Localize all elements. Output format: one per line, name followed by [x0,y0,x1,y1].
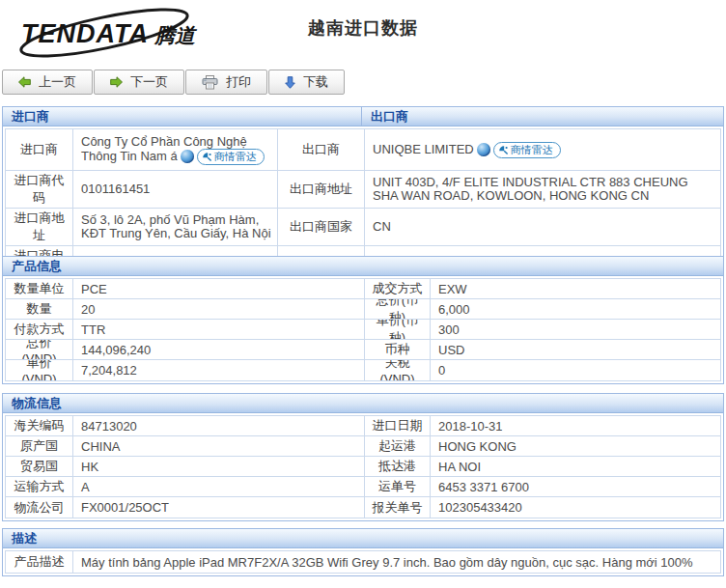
exporter-address-label: 出口商地址 [278,171,365,208]
total-price-currency-value: 6,000 [431,299,720,319]
table-row: 数量 20 总价(币种) 6,000 [6,299,720,320]
total-price-vnd-value: 144,096,240 [73,340,365,359]
prev-page-button[interactable]: 上一页 [2,70,93,95]
qty-unit-value: PCE [73,279,365,298]
table-row: 进口商地址 Số 3, lô 2A, phố Vũ Phạm Hàm, KĐT … [6,209,720,246]
radar-dish-icon [498,145,509,155]
print-button[interactable]: 打印 [185,70,267,95]
unit-price-vnd-value: 7,204,812 [73,360,365,380]
product-info-header: 产品信息 [3,257,723,276]
table-row: 单价(VND) 7,204,812 关税(VND) 0 [6,360,720,380]
unit-price-currency-label: 单价(币种) [365,320,431,339]
exporter-name-label: 出口商 [278,129,365,170]
table-row: 总价(VND) 144,096,240 币种 USD [6,340,720,360]
transport-mode-label: 运输方式 [6,477,73,496]
trading-country-label: 贸易国 [6,457,73,476]
qty-label: 数量 [6,299,73,319]
payment-method-value: TTR [73,320,365,339]
table-row: 海关编码 84713020 进口日期 2018-10-31 [6,416,720,436]
logistics-company-value: FX0001/25OCT [73,497,365,518]
page-title: 越南进口数据 [0,16,726,40]
qty-unit-label: 数量单位 [6,279,73,298]
table-row: 贸易国 HK 抵达港 HA NOI [6,457,720,477]
qty-value: 20 [73,299,365,319]
globe-icon[interactable] [477,143,490,156]
departure-port-value: HONG KONG [431,436,720,456]
radar-badge-label: 商情雷达 [214,150,257,164]
product-info-section: 产品信息 数量单位 PCE 成交方式 EXW 数量 20 总价(币种) 6,00… [2,256,724,384]
tariff-vnd-label: 关税(VND) [365,360,431,380]
importer-address-value: Số 3, lô 2A, phố Vũ Phạm Hàm, KĐT Trung … [73,209,278,245]
logistics-section: 物流信息 海关编码 84713020 进口日期 2018-10-31 原产国 C… [2,393,724,521]
toolbar: 上一页 下一页 打印 下载 [2,70,346,95]
importer-header-title: 进口商 [3,107,362,126]
product-info-body: 数量单位 PCE 成交方式 EXW 数量 20 总价(币种) 6,000 付款方… [3,276,723,383]
importer-code-value: 0101161451 [73,171,278,208]
unit-price-vnd-label: 单价(VND) [6,360,73,380]
customs-declaration-no-value: 102305433420 [431,497,720,518]
customs-declaration-no-label: 报关单号 [365,497,431,518]
tariff-vnd-value: 0 [431,360,720,380]
product-description-value: Máy tính bảng Apple iPad MR7F2X/A 32GB W… [73,551,720,573]
departure-port-label: 起运港 [365,436,431,456]
table-row: 原产国 CHINA 起运港 HONG KONG [6,436,720,457]
trade-terms-label: 成交方式 [365,279,431,298]
exporter-address-value: UNIT 403D, 4/F ELITE INDUSTRIAL CTR 883 … [365,171,720,208]
printer-icon [202,75,218,90]
description-body: 产品描述 Máy tính bảng Apple iPad MR7F2X/A 3… [3,548,723,575]
waybill-no-value: 6453 3371 6700 [431,477,720,496]
logistics-company-label: 物流公司 [6,497,73,518]
origin-country-value: CHINA [73,436,365,456]
download-label: 下载 [303,73,328,91]
logistics-header: 物流信息 [3,394,723,413]
logistics-body: 海关编码 84713020 进口日期 2018-10-31 原产国 CHINA … [3,413,723,520]
description-header: 描述 [3,529,723,548]
product-description-label: 产品描述 [6,551,73,573]
hs-code-label: 海关编码 [6,416,73,435]
radar-dish-icon [202,152,212,162]
currency-value: USD [431,340,720,359]
table-row: 物流公司 FX0001/25OCT 报关单号 102305433420 [6,497,720,518]
currency-label: 币种 [365,340,431,359]
business-radar-badge[interactable]: 商情雷达 [197,149,265,165]
transport-mode-value: A [73,477,365,496]
globe-icon[interactable] [181,150,194,163]
next-page-button[interactable]: 下一页 [94,70,184,95]
arrival-port-value: HA NOI [431,457,720,476]
table-row: 产品描述 Máy tính bảng Apple iPad MR7F2X/A 3… [6,551,720,573]
exporter-country-label: 出口商国家 [278,209,365,245]
hs-code-value: 84713020 [73,416,365,435]
description-section: 描述 产品描述 Máy tính bảng Apple iPad MR7F2X/… [2,528,724,576]
arrow-down-icon [285,76,295,89]
arrow-left-icon [18,76,31,88]
arrival-port-label: 抵达港 [365,457,431,476]
exporter-company-name[interactable]: UNIQBE LIMITED [373,141,474,155]
importer-exporter-header: 进口商 出口商 [3,107,723,126]
waybill-no-label: 运单号 [365,477,431,496]
description-title: 描述 [3,529,37,547]
table-row: 数量单位 PCE 成交方式 EXW [6,279,720,299]
exporter-header-title: 出口商 [362,107,408,126]
next-page-label: 下一页 [130,73,168,91]
import-date-label: 进口日期 [365,416,431,435]
download-button[interactable]: 下载 [268,70,345,95]
business-radar-badge[interactable]: 商情雷达 [493,142,561,158]
exporter-name-value: UNIQBE LIMITED商情雷达 [365,129,720,170]
unit-price-currency-value: 300 [431,320,720,339]
origin-country-label: 原产国 [6,436,73,456]
table-row: 运输方式 A 运单号 6453 3371 6700 [6,477,720,497]
table-row: 进口商 Công Ty Cổ Phần Công Nghệ Thông Tin … [6,129,720,171]
exporter-country-value: CN [365,209,720,245]
importer-code-label: 进口商代码 [6,171,73,208]
logistics-title: 物流信息 [3,394,62,412]
importer-name-label: 进口商 [6,129,73,170]
payment-method-label: 付款方式 [6,320,73,339]
prev-page-label: 上一页 [39,73,76,91]
total-price-currency-label: 总价(币种) [365,299,431,319]
table-row: 进口商代码 0101161451 出口商地址 UNIT 403D, 4/F EL… [6,171,720,209]
trade-terms-value: EXW [431,279,720,298]
table-row: 付款方式 TTR 单价(币种) 300 [6,320,720,340]
import-date-value: 2018-10-31 [431,416,720,435]
product-info-title: 产品信息 [3,257,62,275]
total-price-vnd-label: 总价(VND) [6,340,73,359]
